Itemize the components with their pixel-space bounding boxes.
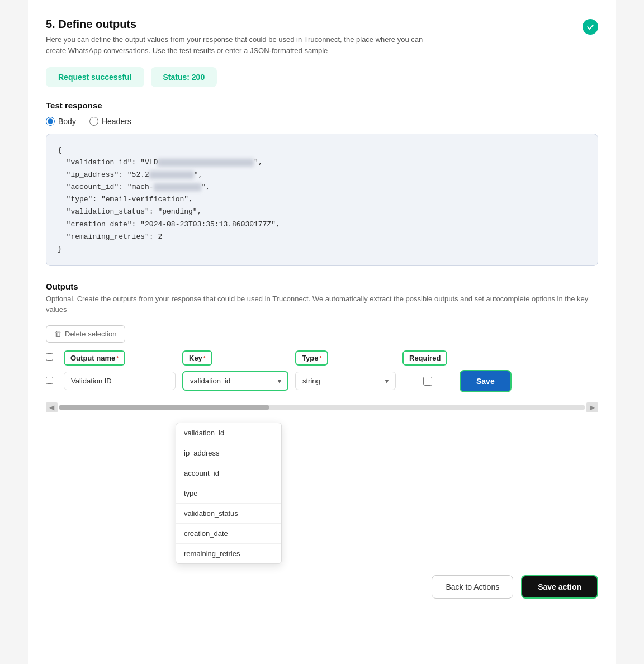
col-header-key: Key*: [182, 350, 288, 366]
completion-check-icon: [583, 19, 598, 35]
key-label: Key*: [182, 350, 212, 366]
body-radio-label[interactable]: Body: [46, 117, 76, 126]
headers-radio-label[interactable]: Headers: [89, 117, 131, 126]
section-number: 5.: [46, 18, 55, 30]
scrollbar-row: ◀ ▶: [46, 402, 598, 412]
scrollbar-thumb: [59, 405, 269, 410]
json-line-3: "ip_address": "52.2 ",: [58, 169, 586, 181]
json-line-7: "creation_date": "2024-08-23T03:35:13.86…: [58, 219, 586, 231]
status-row: Request successful Status: 200: [46, 67, 598, 87]
required-checkbox[interactable]: [423, 377, 432, 386]
output-name-cell: [64, 372, 176, 390]
section-description: Here you can define the output values fr…: [46, 34, 426, 56]
outputs-title: Outputs: [46, 282, 598, 291]
col-header-type: Type*: [295, 350, 396, 366]
save-action-button[interactable]: Save action: [521, 575, 598, 599]
bottom-actions: Back to Actions Save action: [46, 575, 598, 599]
status-200-badge: Status: 200: [151, 67, 217, 87]
test-response-section: Test response Body Headers { "validation…: [46, 101, 598, 266]
required-cell: [402, 377, 453, 386]
dropdown-item-validation-id[interactable]: validation_id: [176, 423, 281, 443]
json-line-9: }: [58, 243, 586, 255]
json-line-6: "validation_status": "pending",: [58, 206, 586, 218]
key-select[interactable]: validation_id ip_address account_id type…: [182, 371, 288, 391]
header-checkbox-cell: [46, 353, 57, 362]
headers-radio[interactable]: [89, 117, 98, 126]
radio-group: Body Headers: [46, 117, 598, 126]
trash-icon: 🗑: [54, 330, 61, 338]
col-header-output-name: Output name*: [64, 350, 176, 366]
page-container: 5. Define outputs Here you can define th…: [28, 0, 616, 664]
scroll-left-arrow-icon[interactable]: ◀: [46, 402, 58, 412]
dropdown-item-account-id[interactable]: account_id: [176, 463, 281, 483]
section-title-text: Define outputs: [58, 18, 136, 30]
back-to-actions-button[interactable]: Back to Actions: [432, 575, 513, 599]
table-row: validation_id ip_address account_id type…: [46, 370, 598, 392]
save-button[interactable]: Save: [460, 370, 512, 392]
type-cell: string number boolean ▼: [295, 372, 396, 390]
output-name-input[interactable]: [64, 372, 176, 390]
json-viewer: { "validation_id": "VLD ", "ip_address":…: [46, 134, 598, 266]
select-all-checkbox[interactable]: [46, 353, 53, 361]
request-successful-badge: Request successful: [46, 67, 144, 87]
section-title-block: 5. Define outputs Here you can define th…: [46, 18, 426, 56]
row-checkbox[interactable]: [46, 377, 53, 384]
delete-selection-label: Delete selection: [65, 330, 117, 338]
key-dropdown-list: validation_id ip_address account_id type…: [176, 423, 282, 564]
scrollbar-track: [59, 405, 585, 410]
dropdown-item-remaining-retries[interactable]: remaining_retries: [176, 544, 281, 563]
col-header-required: Required: [402, 350, 453, 366]
body-radio-text: Body: [58, 117, 76, 126]
key-cell: validation_id ip_address account_id type…: [182, 371, 288, 391]
dropdown-item-ip-address[interactable]: ip_address: [176, 443, 281, 463]
outputs-section: Outputs Optional. Create the outputs fro…: [46, 282, 598, 564]
type-label: Type*: [295, 350, 328, 366]
delete-selection-button[interactable]: 🗑 Delete selection: [46, 325, 125, 343]
dropdown-item-creation-date[interactable]: creation_date: [176, 524, 281, 544]
table-header-row: Output name* Key* Type* Required: [46, 350, 598, 366]
scroll-right-arrow-icon[interactable]: ▶: [586, 402, 598, 412]
section-title: 5. Define outputs: [46, 18, 426, 31]
required-label: Required: [402, 350, 447, 366]
headers-radio-text: Headers: [102, 117, 131, 126]
save-cell: Save: [460, 370, 527, 392]
json-line-2: "validation_id": "VLD ",: [58, 156, 586, 169]
json-line-5: "type": "email-verification",: [58, 193, 586, 206]
section-header: 5. Define outputs Here you can define th…: [46, 18, 598, 56]
output-name-label: Output name*: [64, 350, 125, 366]
outputs-description: Optional. Create the outputs from your r…: [46, 293, 598, 315]
json-line-1: {: [58, 144, 586, 156]
dropdown-item-validation-status[interactable]: validation_status: [176, 504, 281, 524]
test-response-title: Test response: [46, 101, 598, 110]
json-line-8: "remaining_retries": 2: [58, 231, 586, 243]
row-checkbox-cell: [46, 377, 57, 386]
body-radio[interactable]: [46, 117, 55, 126]
type-select[interactable]: string number boolean: [295, 372, 396, 390]
dropdown-item-type[interactable]: type: [176, 483, 281, 504]
json-line-4: "account_id": "mach- ",: [58, 181, 586, 193]
